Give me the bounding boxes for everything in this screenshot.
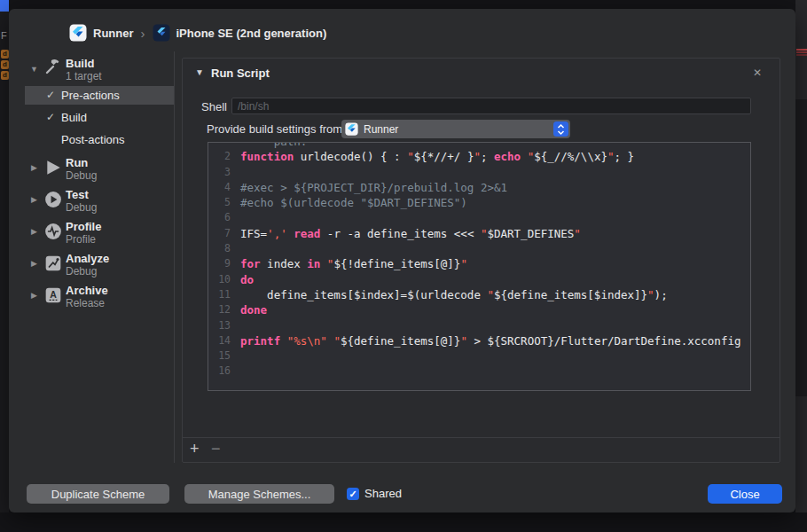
remove-action-button[interactable]: − [211,440,221,458]
run-script-panel: ▼ Run Script ✕ Shell Provide build setti… [182,58,780,463]
disclosure-collapsed-icon[interactable]: ▶ [31,291,37,300]
dart-file-icon: d [1,60,9,69]
sidebar-item-label: Run [66,156,88,169]
background-window-right-strip [795,0,807,512]
sidebar-item-subtitle: Profile [66,233,96,246]
sidebar-item-subtitle: Debug [66,201,97,214]
flutter-scheme-icon[interactable] [69,24,87,42]
profile-icon [44,223,62,240]
sidebar-item-label: Post-actions [61,130,125,149]
duplicate-scheme-button[interactable]: Duplicate Scheme [27,484,169,504]
code-line: 7IFS=',' read -r -a define_items <<< "$D… [208,226,750,241]
popup-selected-value: Runner [364,123,553,136]
sidebar-item-label: Analyze [66,252,109,265]
code-line: 5#echo $(urldecode "$DART_DEFINES") [208,195,750,210]
sidebar-item-pre-actions[interactable]: ✓ Pre-actions [25,86,174,105]
code-line: 13 [208,318,750,333]
code-line: 14printf "%s\n" "${define_items[@]}" > $… [208,333,750,348]
archive-icon: A [44,286,62,304]
sidebar-item-subtitle: Debug [66,265,97,278]
code-line: 11 define_items[$index]=$(urldecode "${d… [208,287,750,302]
flutter-target-icon [345,122,358,136]
sidebar-item-profile[interactable]: ▶ Profile Profile [25,218,174,248]
hammer-icon [44,58,62,75]
error-stripe [796,54,807,56]
script-editor[interactable]: path.2function urldecode() { : "${*//+/ … [208,142,751,391]
analyze-icon [44,254,62,272]
shell-label: Shell [183,100,227,113]
sidebar-divider [174,51,175,463]
panel-title: Run Script [211,66,270,80]
disclosure-collapsed-icon[interactable]: ▶ [31,195,37,204]
code-line: path. [208,142,750,149]
destination-app-icon[interactable] [153,24,170,42]
breadcrumb: Runner › iPhone SE (2nd generation) [69,23,326,43]
sidebar-item-build[interactable]: ▼ Build 1 target [25,55,174,85]
sidebar-item-label: Build [61,108,87,127]
background-text-fragment: F [1,30,7,41]
run-script-header: ▼ Run Script ✕ [183,59,780,87]
code-line: 10do [208,272,750,287]
error-stripe [796,49,807,51]
scheme-editor-sheet: Runner › iPhone SE (2nd generation) ▼ Bu… [9,9,795,512]
run-icon [44,159,62,176]
check-icon: ✓ [46,108,55,127]
shared-checkbox-label: Shared [364,487,402,500]
sidebar-item-build-step[interactable]: ✓ Build [25,108,174,127]
code-line: 15 [208,348,750,364]
check-icon: ✓ [46,86,55,105]
sidebar-item-label: Archive [66,284,108,297]
code-line: 9for index in "${!define_items[@]}" [208,256,750,271]
code-lines: path.2function urldecode() { : "${*//+/ … [208,142,750,379]
scheme-name[interactable]: Runner [93,27,134,40]
code-line: 8 [208,241,750,256]
sidebar-item-subtitle: 1 target [66,70,102,82]
sidebar-item-analyze[interactable]: ▶ Analyze Debug [25,250,174,280]
background-editor-fragment [795,99,807,396]
manage-schemes-button[interactable]: Manage Schemes... [184,484,334,504]
close-button[interactable]: Close [708,484,782,504]
code-line: 4#exec > ${PROJECT_DIR}/prebuild.log 2>&… [208,180,750,195]
dart-file-icon: d [1,50,9,59]
sidebar-item-label: Build [66,57,95,70]
dart-file-icon: d [1,71,9,80]
sidebar-item-subtitle: Release [66,297,105,309]
sidebar-item-archive[interactable]: ▶ A Archive Release [25,282,174,312]
shared-checkbox[interactable]: ✓ [347,488,359,500]
shell-input[interactable] [231,98,751,114]
sidebar-item-test[interactable]: ▶ Test Debug [25,186,174,216]
panel-footer: + − [183,437,780,462]
code-line: 12done [208,302,750,317]
disclosure-collapsed-icon[interactable]: ▶ [31,259,37,268]
background-window-left-strip: F d d d [0,0,9,512]
sidebar-item-subtitle: Debug [66,169,97,182]
disclosure-expanded-icon[interactable]: ▼ [195,67,204,77]
code-line: 6 [208,210,750,225]
sidebar-item-label: Pre-actions [61,86,120,105]
sidebar-item-run[interactable]: ▶ Run Debug [25,154,174,184]
sidebar-item-post-actions[interactable]: Post-actions [25,130,174,149]
sidebar-item-label: Profile [66,220,101,233]
disclosure-collapsed-icon[interactable]: ▶ [31,163,37,172]
test-icon [44,191,62,208]
scheme-actions-sidebar: ▼ Build 1 target ✓ Pre-actions ✓ Build P… [25,51,174,463]
add-action-button[interactable]: + [190,440,200,458]
code-line: 16 [208,364,750,379]
background-selection-fragment [0,0,9,12]
code-line: 3 [208,165,750,180]
provide-build-settings-label: Provide build settings from [207,122,342,136]
destination-name[interactable]: iPhone SE (2nd generation) [176,27,327,40]
close-icon[interactable]: ✕ [750,66,764,80]
disclosure-collapsed-icon[interactable]: ▶ [31,227,37,236]
breadcrumb-separator-icon: › [141,26,145,41]
code-line: 2function urldecode() { : "${*//+/ }"; e… [208,149,750,164]
build-settings-popup[interactable]: Runner [341,120,570,138]
svg-text:A: A [50,289,57,300]
sidebar-item-label: Test [66,188,89,201]
disclosure-expanded-icon[interactable]: ▼ [30,65,38,74]
error-stripe [796,51,807,53]
popup-stepper-icon [553,121,568,137]
